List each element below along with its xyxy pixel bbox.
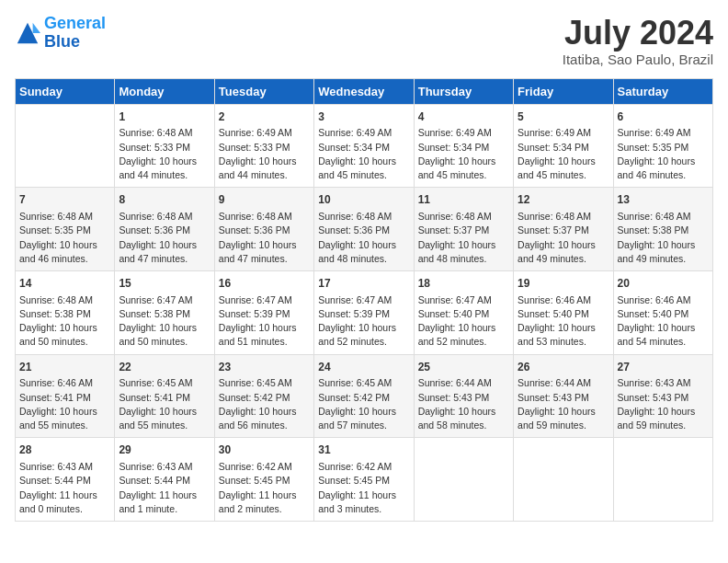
day-number: 28 bbox=[19, 442, 110, 458]
day-info: Sunrise: 6:43 AM Sunset: 5:43 PM Dayligh… bbox=[618, 376, 709, 432]
calendar-cell: 4Sunrise: 6:49 AM Sunset: 5:34 PM Daylig… bbox=[414, 104, 513, 188]
day-info: Sunrise: 6:47 AM Sunset: 5:40 PM Dayligh… bbox=[418, 293, 509, 350]
calendar-week-row: 28Sunrise: 6:43 AM Sunset: 5:44 PM Dayli… bbox=[16, 438, 713, 522]
day-info: Sunrise: 6:48 AM Sunset: 5:38 PM Dayligh… bbox=[19, 293, 110, 350]
calendar-cell: 2Sunrise: 6:49 AM Sunset: 5:33 PM Daylig… bbox=[214, 104, 313, 188]
day-info: Sunrise: 6:48 AM Sunset: 5:38 PM Dayligh… bbox=[618, 210, 709, 266]
logo-icon bbox=[15, 20, 40, 46]
subtitle: Itatiba, Sao Paulo, Brazil bbox=[563, 52, 713, 67]
calendar-cell: 8Sunrise: 6:48 AM Sunset: 5:36 PM Daylig… bbox=[115, 188, 214, 271]
calendar-cell: 13Sunrise: 6:48 AM Sunset: 5:38 PM Dayli… bbox=[613, 188, 712, 271]
day-info: Sunrise: 6:48 AM Sunset: 5:36 PM Dayligh… bbox=[219, 210, 310, 266]
calendar-cell: 28Sunrise: 6:43 AM Sunset: 5:44 PM Dayli… bbox=[16, 438, 115, 522]
calendar-cell: 24Sunrise: 6:45 AM Sunset: 5:42 PM Dayli… bbox=[314, 354, 414, 438]
day-number: 24 bbox=[318, 360, 409, 375]
calendar-week-row: 7Sunrise: 6:48 AM Sunset: 5:35 PM Daylig… bbox=[16, 188, 713, 271]
day-info: Sunrise: 6:48 AM Sunset: 5:36 PM Dayligh… bbox=[119, 210, 210, 266]
calendar-cell: 15Sunrise: 6:47 AM Sunset: 5:38 PM Dayli… bbox=[115, 270, 214, 354]
calendar-cell: 12Sunrise: 6:48 AM Sunset: 5:37 PM Dayli… bbox=[514, 188, 613, 271]
day-info: Sunrise: 6:48 AM Sunset: 5:33 PM Dayligh… bbox=[119, 126, 210, 182]
day-number: 6 bbox=[618, 109, 709, 125]
logo-text: General Blue bbox=[44, 15, 106, 52]
calendar-cell: 11Sunrise: 6:48 AM Sunset: 5:37 PM Dayli… bbox=[414, 188, 513, 271]
day-info: Sunrise: 6:45 AM Sunset: 5:42 PM Dayligh… bbox=[318, 376, 409, 432]
day-number: 8 bbox=[119, 192, 210, 208]
calendar-cell: 31Sunrise: 6:42 AM Sunset: 5:45 PM Dayli… bbox=[314, 438, 414, 522]
day-header-sunday: Sunday bbox=[16, 78, 115, 104]
calendar-body: 1Sunrise: 6:48 AM Sunset: 5:33 PM Daylig… bbox=[16, 104, 713, 521]
calendar-cell: 5Sunrise: 6:49 AM Sunset: 5:34 PM Daylig… bbox=[514, 104, 613, 188]
day-info: Sunrise: 6:48 AM Sunset: 5:36 PM Dayligh… bbox=[318, 210, 409, 266]
day-number: 13 bbox=[618, 192, 709, 208]
title-block: July 2024 Itatiba, Sao Paulo, Brazil bbox=[563, 15, 713, 67]
calendar-cell: 20Sunrise: 6:46 AM Sunset: 5:40 PM Dayli… bbox=[613, 270, 712, 354]
day-number: 21 bbox=[19, 360, 110, 375]
day-number: 3 bbox=[318, 109, 409, 125]
calendar-week-row: 14Sunrise: 6:48 AM Sunset: 5:38 PM Dayli… bbox=[16, 270, 713, 354]
day-number: 12 bbox=[518, 192, 609, 208]
calendar-cell: 23Sunrise: 6:45 AM Sunset: 5:42 PM Dayli… bbox=[214, 354, 313, 438]
day-info: Sunrise: 6:43 AM Sunset: 5:44 PM Dayligh… bbox=[119, 460, 210, 516]
day-number: 23 bbox=[219, 360, 310, 375]
calendar-cell: 16Sunrise: 6:47 AM Sunset: 5:39 PM Dayli… bbox=[214, 270, 313, 354]
day-info: Sunrise: 6:46 AM Sunset: 5:40 PM Dayligh… bbox=[518, 293, 609, 350]
calendar-cell bbox=[613, 438, 712, 522]
day-number: 2 bbox=[219, 109, 310, 125]
day-info: Sunrise: 6:49 AM Sunset: 5:34 PM Dayligh… bbox=[318, 126, 409, 182]
day-info: Sunrise: 6:48 AM Sunset: 5:37 PM Dayligh… bbox=[518, 210, 609, 266]
day-number: 14 bbox=[19, 276, 110, 292]
day-header-wednesday: Wednesday bbox=[314, 78, 414, 104]
logo: General Blue bbox=[15, 15, 106, 52]
day-number: 29 bbox=[119, 442, 210, 458]
day-number: 15 bbox=[119, 276, 210, 292]
day-number: 25 bbox=[418, 360, 509, 375]
calendar-cell: 27Sunrise: 6:43 AM Sunset: 5:43 PM Dayli… bbox=[613, 354, 712, 438]
day-info: Sunrise: 6:44 AM Sunset: 5:43 PM Dayligh… bbox=[518, 376, 609, 432]
day-number: 27 bbox=[618, 360, 709, 375]
day-info: Sunrise: 6:47 AM Sunset: 5:39 PM Dayligh… bbox=[219, 293, 310, 350]
calendar-cell: 26Sunrise: 6:44 AM Sunset: 5:43 PM Dayli… bbox=[514, 354, 613, 438]
calendar-cell: 21Sunrise: 6:46 AM Sunset: 5:41 PM Dayli… bbox=[16, 354, 115, 438]
day-number: 22 bbox=[119, 360, 210, 375]
day-number: 1 bbox=[119, 109, 210, 125]
day-header-saturday: Saturday bbox=[613, 78, 712, 104]
calendar-header-row: SundayMondayTuesdayWednesdayThursdayFrid… bbox=[16, 78, 713, 104]
page-header: General Blue July 2024 Itatiba, Sao Paul… bbox=[15, 15, 713, 67]
day-number: 9 bbox=[219, 192, 310, 208]
calendar-cell: 22Sunrise: 6:45 AM Sunset: 5:41 PM Dayli… bbox=[115, 354, 214, 438]
day-info: Sunrise: 6:42 AM Sunset: 5:45 PM Dayligh… bbox=[318, 460, 409, 516]
day-number: 4 bbox=[418, 109, 509, 125]
day-number: 20 bbox=[618, 276, 709, 292]
calendar-cell bbox=[414, 438, 513, 522]
day-header-thursday: Thursday bbox=[414, 78, 513, 104]
day-info: Sunrise: 6:47 AM Sunset: 5:39 PM Dayligh… bbox=[318, 293, 409, 350]
day-number: 17 bbox=[318, 276, 409, 292]
main-title: July 2024 bbox=[563, 15, 713, 52]
day-info: Sunrise: 6:43 AM Sunset: 5:44 PM Dayligh… bbox=[19, 460, 110, 516]
day-info: Sunrise: 6:49 AM Sunset: 5:34 PM Dayligh… bbox=[518, 126, 609, 182]
calendar-cell: 10Sunrise: 6:48 AM Sunset: 5:36 PM Dayli… bbox=[314, 188, 414, 271]
day-info: Sunrise: 6:49 AM Sunset: 5:34 PM Dayligh… bbox=[418, 126, 509, 182]
day-number: 31 bbox=[318, 442, 409, 458]
calendar-cell: 7Sunrise: 6:48 AM Sunset: 5:35 PM Daylig… bbox=[16, 188, 115, 271]
calendar-cell: 18Sunrise: 6:47 AM Sunset: 5:40 PM Dayli… bbox=[414, 270, 513, 354]
day-number: 11 bbox=[418, 192, 509, 208]
calendar-week-row: 21Sunrise: 6:46 AM Sunset: 5:41 PM Dayli… bbox=[16, 354, 713, 438]
calendar-cell: 29Sunrise: 6:43 AM Sunset: 5:44 PM Dayli… bbox=[115, 438, 214, 522]
calendar-cell: 19Sunrise: 6:46 AM Sunset: 5:40 PM Dayli… bbox=[514, 270, 613, 354]
day-number: 18 bbox=[418, 276, 509, 292]
day-number: 26 bbox=[518, 360, 609, 375]
day-header-friday: Friday bbox=[514, 78, 613, 104]
day-number: 5 bbox=[518, 109, 609, 125]
day-info: Sunrise: 6:48 AM Sunset: 5:35 PM Dayligh… bbox=[19, 210, 110, 266]
calendar-cell: 3Sunrise: 6:49 AM Sunset: 5:34 PM Daylig… bbox=[314, 104, 414, 188]
day-info: Sunrise: 6:45 AM Sunset: 5:42 PM Dayligh… bbox=[219, 376, 310, 432]
calendar-cell: 14Sunrise: 6:48 AM Sunset: 5:38 PM Dayli… bbox=[16, 270, 115, 354]
calendar-week-row: 1Sunrise: 6:48 AM Sunset: 5:33 PM Daylig… bbox=[16, 104, 713, 188]
calendar-cell: 17Sunrise: 6:47 AM Sunset: 5:39 PM Dayli… bbox=[314, 270, 414, 354]
day-info: Sunrise: 6:42 AM Sunset: 5:45 PM Dayligh… bbox=[219, 460, 310, 516]
logo-line2: Blue bbox=[44, 32, 80, 51]
day-info: Sunrise: 6:46 AM Sunset: 5:40 PM Dayligh… bbox=[618, 293, 709, 350]
day-info: Sunrise: 6:46 AM Sunset: 5:41 PM Dayligh… bbox=[19, 376, 110, 432]
calendar-cell: 1Sunrise: 6:48 AM Sunset: 5:33 PM Daylig… bbox=[115, 104, 214, 188]
